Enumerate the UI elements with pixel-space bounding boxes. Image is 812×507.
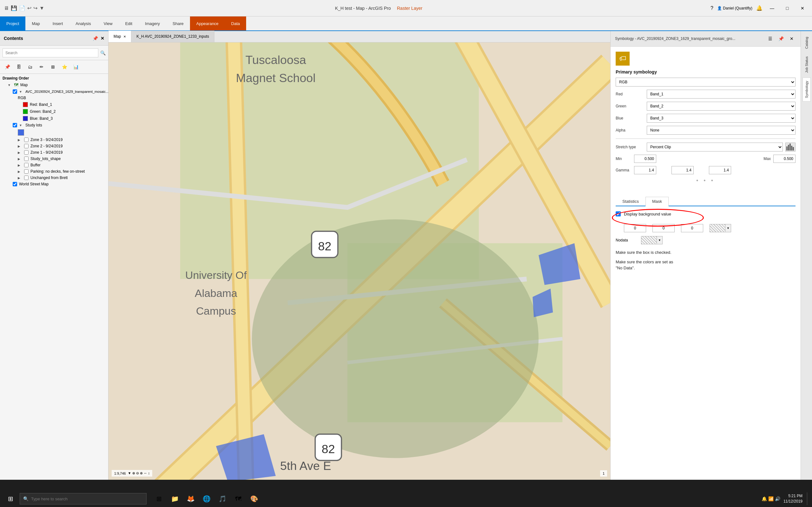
avc-checkbox[interactable] [13,89,17,94]
customize-icon[interactable]: ▼ [39,5,44,11]
right-tab-job-status[interactable]: Job Status [803,53,810,76]
study-lots-checkbox[interactable] [13,123,17,127]
zone1-checkbox[interactable] [24,150,29,155]
layer-item-study-lots[interactable]: ▼ Study lots [0,122,108,128]
icon-database[interactable]: 🗄 [14,62,23,72]
layer-item-buffer[interactable]: ▶ Buffer [0,162,108,168]
layer-item-world-street[interactable]: World Street Map [0,181,108,187]
pin-icon[interactable]: 📌 [93,36,98,41]
taskbar-app-music[interactable]: 🎵 [215,492,230,506]
tab-appearance[interactable]: Appearance [190,16,225,31]
map-tab-kh[interactable]: K_H AVC_20190924_ZONE1_1233_inputs [131,31,214,42]
map-tab-map[interactable]: Map ✕ [108,31,131,42]
taskbar-app-file-explorer[interactable]: 📁 [167,492,182,506]
nodata-color-dropdown[interactable]: ▼ [657,236,663,244]
tab-analysis[interactable]: Analysis [69,16,97,31]
help-icon[interactable]: ? [711,5,713,11]
tab-edit[interactable]: Edit [119,16,139,31]
nodata-color-swatch[interactable] [641,236,657,244]
gamma-input-1[interactable] [634,166,656,174]
undo-icon[interactable]: ↩ [27,5,32,11]
icon-pin[interactable]: 📌 [3,62,12,72]
notification-icon[interactable]: 🔔 [756,5,763,11]
tab-view[interactable]: View [97,16,119,31]
minimize-button[interactable]: — [766,3,778,13]
user-icon[interactable]: 👤 Daniel (Quantifly) [717,6,752,10]
icon-star[interactable]: ⭐ [60,62,69,72]
symbology-pin-icon[interactable]: 📌 [776,34,785,43]
save-icon[interactable]: 💾 [11,5,17,11]
tab-data[interactable]: Data [225,16,246,31]
tab-map[interactable]: Map [26,16,46,31]
tab-insert[interactable]: Insert [46,16,69,31]
icon-edit[interactable]: ✏ [37,62,46,72]
bg-val-input-1[interactable] [624,224,646,232]
layer-item-zone2[interactable]: ▶ Zone 2 - 9/24/2019 [0,143,108,149]
stretch-type-select[interactable]: Percent Clip [647,143,783,152]
red-band-select[interactable]: Band_1 [647,90,796,99]
task-view-button[interactable]: ⊞ [152,492,166,506]
tab-share[interactable]: Share [166,16,190,31]
bg-color-swatch[interactable] [710,224,725,232]
alpha-band-select[interactable]: None [647,126,796,135]
right-tab-catalog[interactable]: Catalog [803,34,810,52]
new-icon[interactable]: 📄 [19,5,26,11]
close-button[interactable]: ✕ [797,3,808,13]
map-content[interactable]: 82 82 AL-6 E McFarland Blvd E Tuscaloosa… [108,43,610,480]
layer-item-avc[interactable]: ▼ AVC_20190924_ZONE3_1629_transparent_mo… [0,89,108,95]
layer-item-map[interactable]: ▼ 🗺 Map [0,81,108,89]
start-button[interactable]: ⊞ [3,492,18,506]
rgb-select[interactable]: RGB [616,78,796,87]
taskbar-search-input[interactable] [31,497,143,501]
taskbar-app-arcgis[interactable]: 🗺 [231,492,246,506]
contents-close-icon[interactable]: ✕ [101,36,104,41]
buffer-checkbox[interactable] [24,163,29,167]
layer-item-study-lots-shape[interactable]: ▶ Study_lots_shape [0,156,108,162]
symbology-close-icon[interactable]: ✕ [787,34,796,43]
search-icon[interactable]: 🔍 [100,50,106,55]
display-bg-label[interactable]: Display background value [624,212,671,216]
layer-item-unchanged[interactable]: ▶ Unchanged from Brett [0,175,108,181]
bg-val-input-3[interactable] [681,224,703,232]
symbology-menu-icon[interactable]: ☰ [766,34,774,43]
display-bg-checkbox[interactable] [616,211,621,216]
min-input[interactable] [634,155,656,163]
clock[interactable]: 5:21 PM 11/12/2019 [783,493,803,504]
taskbar-app-browser[interactable]: 🌐 [199,492,214,506]
layer-item-zone3[interactable]: ▶ Zone 3 - 9/24/2019 [0,136,108,143]
green-band-select[interactable]: Band_2 [647,102,796,111]
icon-grid[interactable]: ⊞ [48,62,58,72]
tab-imagery[interactable]: Imagery [139,16,166,31]
stat-tab-mask[interactable]: Mask [646,197,669,206]
bg-color-dropdown[interactable]: ▼ [725,224,731,232]
taskbar-notification-icons[interactable]: 🔔 📶 🔊 [762,496,780,501]
max-input[interactable] [773,155,796,163]
stretch-histogram-icon[interactable] [785,143,796,152]
blue-band-select[interactable]: Band_3 [647,114,796,123]
taskbar-app-paint[interactable]: 🎨 [247,492,261,506]
world-street-checkbox[interactable] [13,182,17,186]
zone3-checkbox[interactable] [24,137,29,142]
gamma-input-2[interactable] [671,166,694,174]
gamma-input-3[interactable] [709,166,731,174]
layer-item-parking[interactable]: ▶ Parking: no decks, few on-street [0,168,108,175]
zone2-checkbox[interactable] [24,144,29,148]
layer-item-zone1[interactable]: ▶ Zone 1 - 9/24/2019 [0,149,108,156]
stat-tab-statistics[interactable]: Statistics [616,197,646,206]
parking-checkbox[interactable] [24,169,29,174]
redo-icon[interactable]: ↪ [33,5,38,11]
scale-controls[interactable]: ▼ ⊕ ⊖ ⊕ ↔ ↕ [128,471,150,475]
icon-layers[interactable]: 🗂 [26,62,35,72]
taskbar-search[interactable]: 🔍 [20,493,147,504]
map-tab-close[interactable]: ✕ [123,35,126,38]
icon-chart[interactable]: 📊 [71,62,81,72]
unchanged-checkbox[interactable] [24,176,29,180]
tab-project[interactable]: Project [0,16,26,31]
show-desktop-button[interactable] [807,493,809,505]
taskbar-app-firefox[interactable]: 🦊 [183,492,198,506]
study-lots-shape-checkbox[interactable] [24,157,29,161]
bg-val-input-2[interactable] [653,224,675,232]
search-input[interactable] [3,49,98,57]
right-tab-symbology[interactable]: Symbology [803,77,811,101]
maximize-button[interactable]: □ [781,3,793,13]
